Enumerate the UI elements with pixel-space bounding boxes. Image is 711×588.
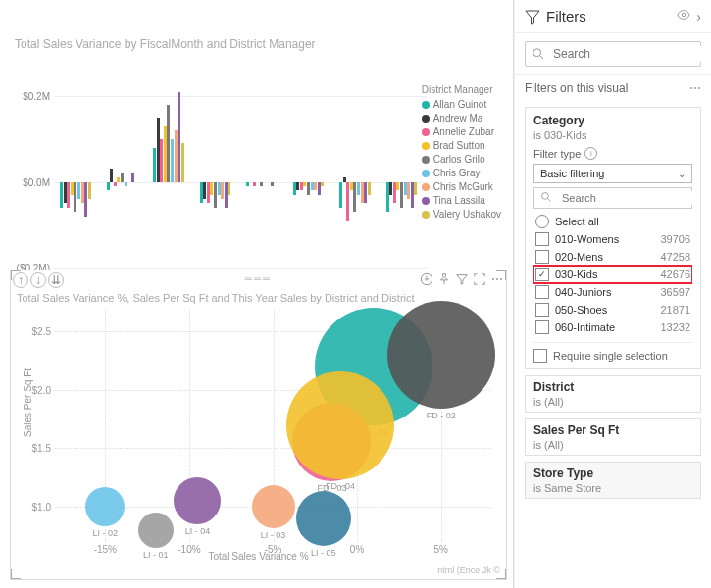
bar[interactable]: [246, 182, 249, 186]
filters-search[interactable]: [525, 41, 701, 67]
bubble[interactable]: [286, 371, 394, 479]
bar[interactable]: [321, 182, 324, 186]
legend-item[interactable]: Tina Lassila: [422, 195, 501, 206]
bar[interactable]: [253, 182, 256, 186]
legend-item[interactable]: Carlos Grilo: [422, 154, 501, 165]
bar[interactable]: [400, 182, 403, 208]
filters-search-input[interactable]: [551, 46, 702, 62]
bar[interactable]: [125, 182, 127, 186]
filter-card-district[interactable]: District is (All): [525, 375, 701, 413]
filter-option[interactable]: ✓030-Kids42676: [533, 266, 692, 283]
scatter-chart-visual[interactable]: ↑ ↓ ⇊ ═══ ⋯ Total Sales Var: [10, 270, 507, 580]
bar[interactable]: [296, 182, 299, 191]
bar[interactable]: [307, 182, 310, 195]
bar-chart-visual[interactable]: Total Sales Variance by FiscalMonth and …: [10, 29, 505, 265]
eye-icon[interactable]: [677, 8, 690, 24]
bar[interactable]: [175, 130, 178, 182]
bar[interactable]: [121, 173, 124, 182]
bar[interactable]: [339, 182, 342, 208]
expand-down-icon[interactable]: ⇊: [48, 272, 64, 288]
bar[interactable]: [84, 182, 87, 217]
legend-item[interactable]: Annelie Zubar: [422, 126, 501, 137]
bar[interactable]: [404, 182, 407, 195]
filter-option-select-all[interactable]: Select all: [533, 213, 692, 230]
bar[interactable]: [160, 139, 163, 182]
collapse-icon[interactable]: ›: [696, 9, 701, 24]
legend-item[interactable]: Valery Ushakov: [422, 209, 501, 220]
filter-card-category[interactable]: Category is 030-Kids Filter type i Basic…: [525, 107, 701, 369]
bar[interactable]: [303, 182, 306, 186]
filter-card-sqft[interactable]: Sales Per Sq Ft is (All): [525, 418, 701, 456]
bubble[interactable]: [252, 485, 295, 528]
bar[interactable]: [77, 182, 80, 200]
download-icon[interactable]: [420, 272, 433, 286]
bar[interactable]: [260, 182, 263, 186]
bar[interactable]: [210, 182, 213, 195]
filter-option[interactable]: 060-Intimate13232: [533, 318, 692, 336]
bar[interactable]: [314, 182, 317, 191]
drill-down-icon[interactable]: ↓: [30, 272, 46, 288]
bar[interactable]: [225, 182, 228, 208]
bar[interactable]: [207, 182, 210, 204]
bar[interactable]: [407, 182, 410, 200]
bar[interactable]: [414, 182, 417, 195]
filter-option[interactable]: 050-Shoes21871: [533, 301, 692, 318]
filter-icon[interactable]: [455, 272, 469, 286]
bar[interactable]: [411, 182, 414, 208]
bar[interactable]: [368, 182, 371, 195]
bar[interactable]: [218, 182, 221, 195]
bar[interactable]: [389, 182, 392, 195]
bar[interactable]: [167, 105, 170, 182]
bar[interactable]: [361, 182, 364, 204]
bar[interactable]: [181, 143, 184, 181]
legend-item[interactable]: Brad Sutton: [422, 140, 501, 151]
bubble[interactable]: [174, 477, 221, 524]
bar[interactable]: [386, 182, 389, 213]
bar[interactable]: [350, 182, 353, 191]
bar[interactable]: [71, 182, 74, 195]
legend-item[interactable]: Chris Gray: [422, 168, 501, 178]
bar[interactable]: [200, 182, 203, 204]
bar[interactable]: [107, 182, 110, 191]
bar[interactable]: [88, 182, 91, 200]
require-single-row[interactable]: Require single selection: [533, 342, 692, 363]
bar[interactable]: [300, 182, 303, 191]
bubble[interactable]: [387, 301, 495, 409]
bubble[interactable]: [85, 487, 125, 526]
bar[interactable]: [353, 182, 356, 213]
bar[interactable]: [214, 182, 217, 208]
filter-option[interactable]: 010-Womens39706: [533, 230, 692, 248]
focus-icon[interactable]: [473, 272, 486, 286]
bar[interactable]: [293, 182, 296, 195]
bar[interactable]: [357, 182, 360, 195]
legend-item[interactable]: Chris McGurk: [422, 181, 501, 192]
bar[interactable]: [60, 182, 63, 208]
bubble[interactable]: [138, 513, 174, 548]
bar[interactable]: [393, 182, 396, 204]
bar[interactable]: [131, 173, 134, 182]
bar[interactable]: [114, 182, 117, 186]
bar[interactable]: [153, 148, 156, 182]
filter-card-store-type[interactable]: Store Type is Same Store: [525, 462, 701, 499]
filter-values-search[interactable]: [533, 187, 692, 209]
bar[interactable]: [271, 182, 274, 186]
bar[interactable]: [81, 182, 84, 204]
more-icon[interactable]: ⋯: [490, 272, 504, 286]
bar[interactable]: [343, 177, 346, 181]
bar[interactable]: [117, 177, 120, 181]
drill-up-icon[interactable]: ↑: [13, 272, 28, 288]
filter-type-select[interactable]: Basic filtering ⌄: [533, 164, 692, 183]
bar[interactable]: [110, 169, 113, 181]
bar[interactable]: [228, 182, 230, 195]
legend-item[interactable]: Allan Guinot: [422, 99, 501, 110]
bar[interactable]: [203, 182, 206, 200]
bar[interactable]: [396, 182, 399, 191]
bar[interactable]: [346, 182, 349, 220]
bar[interactable]: [318, 182, 321, 195]
bar[interactable]: [164, 126, 167, 182]
bar[interactable]: [171, 139, 174, 182]
legend-item[interactable]: Andrew Ma: [422, 113, 501, 123]
bar[interactable]: [157, 118, 160, 182]
filter-option[interactable]: 020-Mens47258: [533, 248, 692, 266]
bar[interactable]: [311, 182, 314, 191]
